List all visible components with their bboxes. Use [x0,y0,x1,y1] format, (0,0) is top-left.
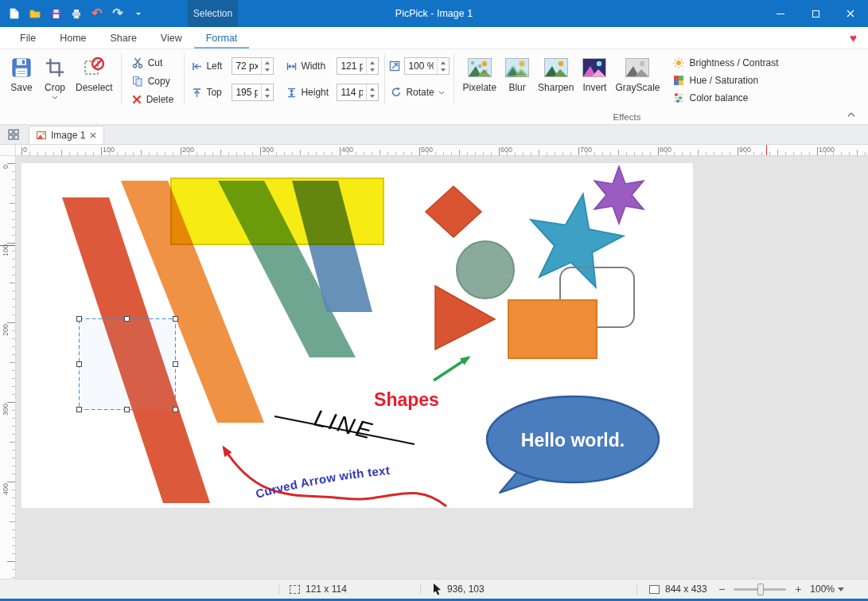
stepper-down-button[interactable] [367,66,378,74]
new-file-button[interactable] [5,3,24,24]
open-button[interactable] [25,3,45,24]
selection-context-tab-label: Selection [193,8,232,19]
rotate-button[interactable]: Rotate [389,84,450,101]
selection-handle[interactable] [173,362,178,367]
stepper-up-button[interactable] [367,84,378,92]
selection-size-value: 121 x 114 [306,583,347,595]
qat-customize-button[interactable] [129,3,148,24]
save-button[interactable]: Save [5,52,38,93]
tab-view[interactable]: View [149,27,194,49]
undo-button[interactable]: ↶ [88,3,107,24]
close-icon [847,10,854,18]
speech-bubble-text: Hello world. [521,430,625,451]
zoom-slider-thumb[interactable] [757,583,764,595]
chevron-down-icon [265,95,270,100]
status-bar: 121 x 114 936, 103 844 x 433 − + 100% [0,579,868,601]
pixelate-button[interactable]: Pixelate [458,52,500,93]
tab-home[interactable]: Home [48,27,98,49]
copy-icon [132,76,143,87]
grayscale-button[interactable]: GrayScale [611,52,664,93]
height-input[interactable] [337,84,366,100]
top-stepper [261,84,273,100]
chevron-up-icon [847,112,855,117]
cut-button[interactable]: Cut [126,54,181,72]
invert-button[interactable]: Invert [578,52,611,93]
window-list-button[interactable] [3,126,24,143]
tab-share[interactable]: Share [99,27,149,49]
h-ruler: 01002003004005006007008009001000 [16,145,868,156]
sharpen-button[interactable]: Sharpen [534,52,578,93]
hue-saturation-button[interactable]: Hue / Saturation [668,72,783,88]
image-size-icon [649,585,660,594]
ribbon-separator [453,53,454,104]
zoom-in-button[interactable]: + [792,583,804,595]
ruler-corner [0,145,16,156]
zoom-out-button[interactable]: − [715,583,728,595]
tab-close-icon[interactable] [90,132,96,139]
stepper-up-button[interactable] [438,58,449,66]
stepper-down-button[interactable] [367,92,378,100]
blur-icon [505,56,529,80]
selection-handle[interactable] [77,408,82,412]
zoom-slider[interactable] [734,588,786,591]
stepper-up-button[interactable] [262,58,273,66]
zoom-level[interactable]: 100% [810,583,844,595]
crop-icon [45,56,65,80]
picpick-window: ↶ ↷ PicPick - Image 1 Selection File Hom… [0,0,868,601]
width-stepper [366,58,378,74]
crop-label: Crop [45,82,65,93]
width-field-label: Width [301,60,333,72]
selection-handle[interactable] [77,317,82,322]
stepper-up-button[interactable] [367,58,378,66]
heart-icon[interactable]: ♥ [850,32,857,44]
selection-rect[interactable] [80,319,176,410]
delete-button[interactable]: Delete [126,91,181,108]
save-file-button[interactable] [46,3,65,24]
blur-button[interactable]: Blur [500,52,534,93]
brightness-contrast-button[interactable]: Brightness / Contrast [668,55,783,71]
top-field-label: Top [206,87,228,98]
stepper-down-button[interactable] [438,66,449,74]
print-button[interactable] [67,3,86,24]
redo-button[interactable]: ↷ [108,3,127,24]
copy-button[interactable]: Copy [126,72,181,90]
maximize-button[interactable] [798,0,833,27]
selection-handle[interactable] [125,317,130,322]
hue-saturation-label: Hue / Saturation [689,75,758,86]
selection-handle[interactable] [173,408,178,412]
scale-input[interactable] [405,58,437,74]
stepper-down-button[interactable] [262,66,273,74]
color-balance-button[interactable]: Color balance [668,90,783,106]
chevron-up-icon [265,85,270,91]
brightness-icon [673,57,684,68]
collapse-ribbon-button[interactable] [844,108,858,121]
close-button[interactable] [833,0,868,27]
selection-handle[interactable] [173,317,178,322]
redo-icon: ↷ [112,7,123,20]
quick-access-toolbar: ↶ ↷ [5,0,148,27]
left-input[interactable] [232,58,261,74]
color-balance-label: Color balance [689,92,748,103]
chevron-up-icon [265,59,270,64]
tab-file[interactable]: File [8,27,48,49]
tab-format[interactable]: Format [194,27,250,49]
canvas-image[interactable]: Shapes LINE Curved Arrow with text Hello… [21,163,693,508]
document-tab-image1[interactable]: Image 1 [29,126,104,144]
stepper-down-button[interactable] [262,92,273,100]
delete-label: Delete [146,94,174,105]
image-canvas[interactable]: Shapes LINE Curved Arrow with text Hello… [21,163,693,508]
width-input[interactable] [337,58,366,74]
selection-handle[interactable] [125,408,130,412]
ribbon-tab-bar: File Home Share View Format ♥ [0,27,868,49]
selection-context-tab[interactable]: Selection [188,0,238,27]
orange-rectangle [508,300,597,358]
top-input[interactable] [232,84,261,100]
selection-marquee[interactable] [77,317,178,412]
stepper-up-button[interactable] [262,84,273,92]
deselect-button[interactable]: Deselect [72,52,117,93]
crop-button[interactable]: Crop [38,52,72,100]
blur-label: Blur [508,82,525,93]
selection-handle[interactable] [77,362,82,367]
width-icon [286,61,297,72]
minimize-button[interactable] [763,0,798,27]
